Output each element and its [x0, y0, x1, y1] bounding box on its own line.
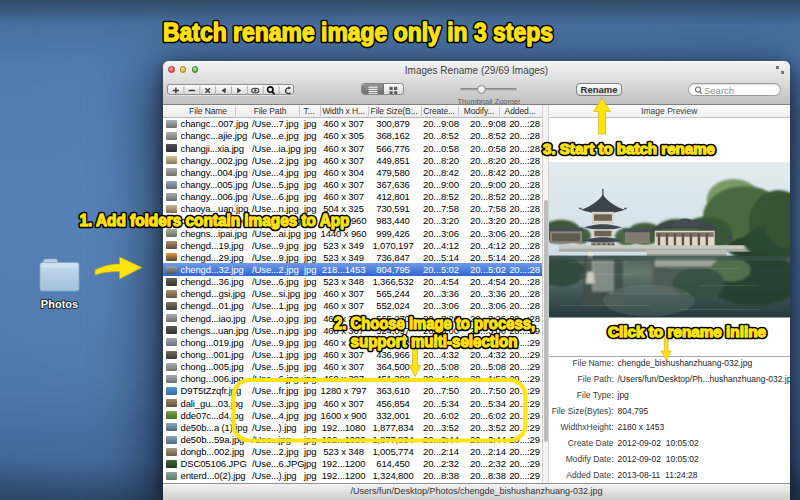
svg-text:Batch rename image only in 3 s: Batch rename image only in 3 steps: [163, 18, 553, 46]
svg-text:Photos: Photos: [41, 298, 78, 310]
svg-text:Batch rename image only in 3 s: Batch rename image only in 3 steps: [163, 18, 553, 46]
